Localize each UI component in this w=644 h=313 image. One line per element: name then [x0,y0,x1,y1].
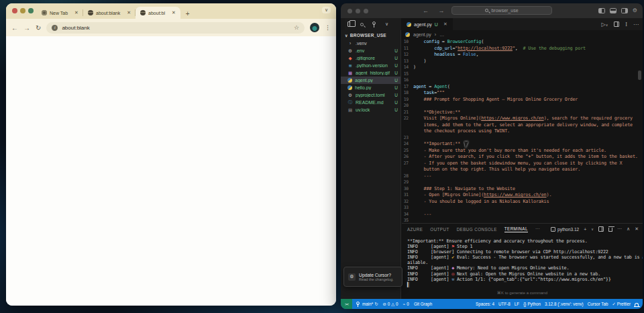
customize-layout-icon[interactable]: ⚙ [633,7,637,13]
split-terminal-icon[interactable] [598,226,604,232]
line-number: 17 [402,84,413,91]
file-tree-item[interactable]: ▦agent_history.gifU [341,69,400,77]
broadcast-status[interactable]: ⌁0 [403,302,409,306]
line-number [402,167,413,173]
code-token: - If you open the basket sidewindow menu… [413,161,622,166]
browser-tab[interactable]: New Tab✕ [37,7,83,19]
new-terminal-icon[interactable]: + [584,227,586,232]
back-icon[interactable]: ← [11,24,18,32]
explorer-icon[interactable] [347,21,352,27]
breadcrumb-symbol[interactable]: … [439,32,444,37]
file-tree-item[interactable]: agent.pyU [341,77,400,84]
panel-tab-terminal[interactable]: TERMINAL [504,226,528,232]
new-tab-button[interactable]: + [180,10,195,19]
breadcrumb[interactable]: agent.py › … [405,30,444,39]
encoding-status[interactable]: UTF-8 [498,302,511,306]
file-tree-item[interactable]: ≣.python-versionU [341,62,400,69]
toggle-panel-icon[interactable] [610,8,616,13]
close-tab-icon[interactable]: ✕ [74,10,78,15]
code-row: items, add them to the cart, select an a… [402,122,643,129]
interactive-icon[interactable]: I [625,21,627,28]
remote-indicator[interactable]: >< [341,299,352,309]
close-tab-icon[interactable]: ✕ [172,10,176,15]
line-number: 12 [402,52,413,58]
close-tab-icon[interactable]: ✕ [127,10,131,15]
file-tree-item[interactable]: ⚙.envU [341,47,400,54]
line-number: 25 [402,148,413,154]
toggle-secondary-sidebar-icon[interactable] [621,8,628,13]
cursor-tab-status[interactable]: Cursor Tab [588,302,608,306]
close-window-button[interactable] [347,9,352,13]
toggle-sidebar-icon[interactable] [598,8,605,13]
close-panel-icon[interactable]: ✕ [635,226,639,232]
terminal-output[interactable]: **Important:** Ensure efficiency and acc… [407,238,640,287]
chrome-icon [42,10,47,15]
close-window-button[interactable] [12,8,17,13]
file-tree-item[interactable]: ◆.gitignoreU [341,54,400,62]
reload-icon[interactable]: ↻ [36,24,41,32]
browser-tab[interactable]: about:bl✕ [136,7,180,19]
tab-label: agent.py [414,22,432,27]
split-editor-icon[interactable] [614,21,619,27]
git-graph-button[interactable]: Git Graph [414,302,432,306]
code-row: 30 ### Step 1: Navigate to the Website [402,186,643,193]
command-center-search[interactable]: browser_use [451,6,552,15]
problems-status[interactable]: ⊘0 △0 [382,302,398,306]
panel-tab-output[interactable]: OUTPUT [430,227,449,232]
page-info-icon[interactable]: i [52,25,58,31]
eol-status[interactable]: LF [515,302,519,306]
formatter-status[interactable]: ✓Prettier [612,302,631,306]
file-tree-item[interactable]: ▤uv.lockU [341,106,400,114]
maximize-panel-icon[interactable]: ∧ [627,226,630,232]
search-view-icon[interactable] [360,23,364,26]
tab-search-chevron-icon[interactable]: ∨ [322,7,331,13]
explorer-section-header[interactable]: ∨ BROWSER_USE [341,30,400,40]
code-line: headless = False, [413,52,478,58]
terminal-profile-chevron-icon[interactable]: ∨ [591,227,594,231]
file-name: agent_history.gif [356,71,392,75]
more-panel-tabs-icon[interactable]: ⋯ [535,226,540,232]
panel-tab-debug-console[interactable]: DEBUG CONSOLE [457,227,497,232]
forward-icon[interactable]: → [23,24,30,32]
tab-agent-py[interactable]: agent.py U ✕ [401,18,453,30]
more-actions-icon[interactable]: ⋯ [633,21,639,28]
editor-scrollbar[interactable] [638,71,641,80]
cursor-logo-icon: ⚙ [348,273,356,281]
kill-terminal-icon[interactable] [608,228,612,232]
url-text[interactable]: about:blank [62,25,290,31]
maximize-window-button[interactable] [28,8,34,13]
close-tab-icon[interactable]: ✕ [443,21,447,27]
sync-icon[interactable]: ↻ [374,302,378,306]
indentation-status[interactable]: Spaces: 4 [476,302,494,306]
tab-title: about:blank [96,11,120,15]
file-tree-item[interactable]: hello.pyU [341,84,400,91]
minimize-window-button[interactable] [20,8,25,13]
file-tree-item[interactable]: ⚙pyproject.tomlU [341,91,400,99]
browser-tab[interactable]: about:blank✕ [83,7,136,19]
minimize-window-button[interactable] [356,9,360,13]
code-editor[interactable]: 10 config = BrowserConfig(11 cdp_url="ht… [402,39,643,223]
notification-link[interactable]: Read the changelog. [359,277,394,281]
source-control-icon[interactable] [372,21,377,28]
profile-avatar[interactable] [310,23,319,32]
run-python-icon[interactable]: ▷∨ [602,21,608,28]
line-number: 16 [402,77,413,84]
more-views-chevron-icon[interactable]: ∨ [385,21,388,27]
file-name: .gitignore [356,56,392,60]
git-branch-status[interactable]: main* ↻ [356,302,378,307]
more-panel-actions-icon[interactable]: ⋯ [617,226,622,232]
bookmark-star-icon[interactable]: ☆ [294,24,299,31]
browser-menu-icon[interactable]: ⋮ [325,24,331,31]
breadcrumb-file[interactable]: agent.py [413,32,431,37]
update-notification[interactable]: ⚙ Update Cursor? Read the changelog. [343,267,402,287]
terminal-instance[interactable]: › python3.12 [551,227,579,232]
address-bar[interactable]: i about:blank ☆ [46,22,305,34]
python-interpreter[interactable]: 3.12.8 ('.venv': venv) [545,302,584,306]
notifications-bell-icon[interactable] [635,303,639,306]
file-tree-item[interactable]: ›.venv [341,40,400,47]
language-mode[interactable]: {}Python [523,302,541,306]
panel-tab-azure[interactable]: AZURE [407,227,423,232]
maximize-window-button[interactable] [364,9,368,13]
history-nav-icons[interactable]: ← → [423,7,449,14]
file-tree-item[interactable]: ⓘREADME.mdU [341,99,400,106]
